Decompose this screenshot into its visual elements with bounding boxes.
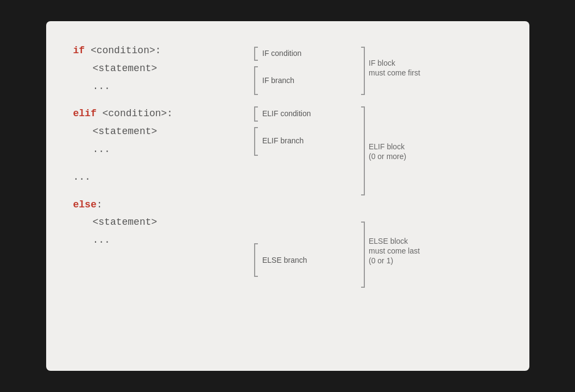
middle-dots: ... [73,169,252,185]
else-line: else: [73,197,252,213]
else-dots: ... [73,232,252,248]
if-branch-label: IF branch [262,76,294,85]
bracket-diagram: IF condition IF branch IF block must com… [252,43,481,347]
if-condition-label: IF condition [262,49,301,58]
elif-block-label: ELIF block (0 or more) [369,142,407,161]
if-keyword: if [73,45,85,56]
if-condition-code: <condition>: [85,45,161,56]
elif-line: elif <condition>: [73,106,252,122]
diagram-column: IF condition IF branch IF block must com… [252,43,502,349]
if-line: if <condition>: [73,43,252,59]
else-statement: <statement> [73,214,252,230]
main-card: if <condition>: <statement> ... elif <co… [46,21,529,371]
else-branch-label: ELSE branch [262,256,307,264]
elif-condition-code: <condition>: [97,108,173,119]
elif-condition-label: ELIF condition [262,109,311,118]
elif-statement: <statement> [73,124,252,140]
elif-dots: ... [73,142,252,157]
if-statement: <statement> [73,61,252,77]
elif-keyword: elif [73,108,97,119]
code-column: if <condition>: <statement> ... elif <co… [73,43,252,349]
if-block-label: IF block must come first [369,59,420,77]
if-dots: ... [73,79,252,94]
else-block-label: ELSE block must come last (0 or 1) [369,237,422,265]
else-keyword: else [73,199,97,210]
else-colon: : [97,199,103,210]
elif-branch-label: ELIF branch [262,136,304,145]
